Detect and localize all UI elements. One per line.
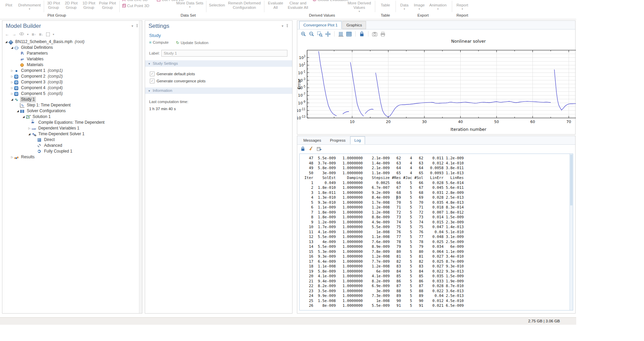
tree-item[interactable]: Variables xyxy=(3,56,139,62)
materials-icon xyxy=(20,63,25,67)
log-row: 11 4.1e-009 1.0000000 1e-008 76 5 76 0.0… xyxy=(304,230,568,235)
plot-group-2d-button[interactable]: 2D Plot Group xyxy=(62,1,80,10)
evaluate-all-button[interactable]: Evaluate All xyxy=(266,1,285,10)
tree-item[interactable]: ▷Component 1(comp1) xyxy=(3,68,139,74)
tree-item[interactable]: Materials xyxy=(3,62,139,68)
expander-closed-icon[interactable]: ▷ xyxy=(10,154,14,160)
expander-open-icon[interactable]: ◢ xyxy=(10,97,14,102)
generate-convergence-plots-checkbox[interactable]: ✓ xyxy=(150,79,155,83)
expander-open-icon[interactable]: ◢ xyxy=(16,108,20,114)
tree-item[interactable]: ▷Component 2(comp2) xyxy=(3,74,139,79)
svg-text:60: 60 xyxy=(530,120,535,124)
clear-and-evaluate-all-button[interactable]: Clear and Evaluate All xyxy=(286,1,310,10)
expander-open-icon[interactable]: ◢ xyxy=(4,39,8,45)
export-animation-button[interactable]: Animation▾ xyxy=(427,3,449,11)
model-tree-scrollbar[interactable] xyxy=(139,21,142,313)
tab-convergence-plot-1[interactable]: Convergence Plot 1 xyxy=(299,21,342,29)
show-eye-icon[interactable] xyxy=(19,32,24,37)
chevron-down-icon[interactable]: ▾ xyxy=(27,33,28,36)
clear-log-icon[interactable] xyxy=(308,146,313,151)
log-row: 14 5.5e-009 1.0000000 8.9e-009 79 5 79 0… xyxy=(304,244,568,249)
collapse-all-icon[interactable] xyxy=(46,33,50,36)
ribbon-divider xyxy=(206,1,206,12)
information-section-header[interactable]: ▾Information xyxy=(145,87,292,94)
tab-messages[interactable]: Messages xyxy=(299,136,325,144)
study-label-input[interactable] xyxy=(161,50,287,57)
tab-progress[interactable]: Progress xyxy=(326,136,349,144)
lock-scroll-icon[interactable] xyxy=(301,146,305,151)
move-up-icon[interactable]: ≣↑ xyxy=(32,33,36,36)
tree-item[interactable]: Direct xyxy=(3,137,139,143)
tree-item[interactable]: Parameters xyxy=(3,51,139,56)
panel-menu-icon[interactable]: ▾ xyxy=(282,24,283,28)
back-arrow-icon[interactable]: ← xyxy=(5,32,9,37)
export-data-button[interactable]: Data▾ xyxy=(397,3,411,11)
study-settings-section-header[interactable]: ▾Study Settings xyxy=(145,60,292,67)
tree-item[interactable]: Advanced xyxy=(3,143,139,148)
tree-item[interactable]: ◢BN112_Scheiben_4_Basis.mph(root) xyxy=(3,39,139,45)
tree-item[interactable]: ◢Solver Configurations xyxy=(3,108,139,114)
tree-item[interactable]: Compile Equations: Time Dependent xyxy=(3,120,139,125)
tree-item[interactable]: ◢Solution 1 xyxy=(3,114,139,120)
export-image-button[interactable]: Image▾ xyxy=(411,3,427,11)
tree-item[interactable]: ◢Global Definitions xyxy=(3,45,139,51)
remesh-deformed-configuration-button[interactable]: Remesh Deformed Configuration xyxy=(226,1,263,10)
tree-item-suffix: (root) xyxy=(75,39,85,45)
report-button[interactable]: Report▾ xyxy=(454,3,471,11)
tree-item[interactable]: ▷Component 3(comp3) xyxy=(3,79,139,85)
tree-item[interactable]: ▷Component 5(comp5) xyxy=(3,91,139,97)
more-derived-values-button[interactable]: More Derived Values▾ xyxy=(346,1,372,13)
tab-log[interactable]: Log xyxy=(350,136,365,144)
pin-icon[interactable] xyxy=(136,24,139,28)
cut-line-3d-icon xyxy=(122,0,126,2)
selection-button[interactable]: Selection xyxy=(208,3,226,7)
tree-item[interactable]: ▷Results xyxy=(3,154,139,160)
log-scrollbar[interactable] xyxy=(569,154,573,310)
tree-item[interactable]: ◢Time-Dependent Solver 1 xyxy=(3,131,139,137)
expander-closed-icon[interactable]: ▷ xyxy=(10,79,14,85)
expander-closed-icon[interactable]: ▷ xyxy=(27,125,31,131)
tree-item[interactable]: ▷Component 4(comp4) xyxy=(3,85,139,91)
tree-item[interactable]: ▷Dependent Variables 1 xyxy=(3,125,139,131)
dependent-variables-icon xyxy=(31,126,36,131)
chevron-down-icon[interactable]: ▾ xyxy=(53,33,54,36)
plot-group-3d-button[interactable]: 3D Plot Group xyxy=(45,1,62,10)
panel-menu-icon[interactable]: ▾ xyxy=(132,24,133,28)
generate-default-plots-row: ✓ Generate default plots xyxy=(150,72,195,76)
compute-icon: = xyxy=(149,40,152,44)
tree-item[interactable]: Step 1: Time Dependent xyxy=(3,102,139,108)
expander-closed-icon[interactable]: ▷ xyxy=(10,85,14,91)
compute-button[interactable]: =Compute xyxy=(149,40,168,45)
svg-text:10-9: 10-9 xyxy=(298,100,305,105)
pin-icon[interactable] xyxy=(286,24,289,28)
plot-group-1d-button[interactable]: 1D Plot Group xyxy=(80,1,98,10)
compile-equations-icon xyxy=(31,120,36,125)
table-button[interactable]: Table xyxy=(377,3,394,7)
global-evaluation-button[interactable]: Global Evaluation xyxy=(313,0,348,2)
tree-item[interactable]: Fully Coupled 1 xyxy=(3,148,139,154)
export-log-icon[interactable] xyxy=(317,147,322,151)
plot-button[interactable]: Plot xyxy=(2,3,16,7)
last-computation-value: 1 h 37 min 40 s xyxy=(149,107,176,111)
log-scrollbar-thumb[interactable] xyxy=(570,155,572,205)
update-solution-button[interactable]: ↻Update Solution xyxy=(176,40,208,45)
tab-graphics[interactable]: Graphics xyxy=(342,21,366,29)
cut-line-3d-button[interactable]: Cut Line 3D xyxy=(122,0,148,2)
expander-open-icon[interactable]: ◢ xyxy=(27,131,31,137)
more-data-sets-button[interactable]: More Data Sets▾ xyxy=(176,1,203,8)
polar-plot-group-button[interactable]: Polar Plot Group xyxy=(98,1,117,10)
expander-closed-icon[interactable]: ▷ xyxy=(10,91,14,97)
convergence-chart[interactable]: 10310110-110-310-510-710-910-1110-131020… xyxy=(297,33,576,134)
expander-open-icon[interactable]: ◢ xyxy=(10,45,14,51)
tree-item[interactable]: ◢Study 1 xyxy=(3,97,139,102)
expander-closed-icon[interactable]: ▷ xyxy=(10,68,14,74)
expander-closed-icon[interactable]: ▷ xyxy=(10,74,14,79)
forward-arrow-icon[interactable]: → xyxy=(12,32,16,37)
expander-open-icon[interactable]: ◢ xyxy=(22,114,25,120)
report-group-label: Report xyxy=(454,13,471,17)
move-down-icon[interactable]: ≣↓ xyxy=(39,33,43,36)
generate-default-plots-checkbox[interactable]: ✓ xyxy=(150,72,155,76)
cut-point-3d-button[interactable]: Cut Point 3D xyxy=(122,4,149,8)
drehmoment-button[interactable]: Drehmoment▾ xyxy=(16,3,43,11)
settings-subtitle: Study xyxy=(149,33,161,38)
